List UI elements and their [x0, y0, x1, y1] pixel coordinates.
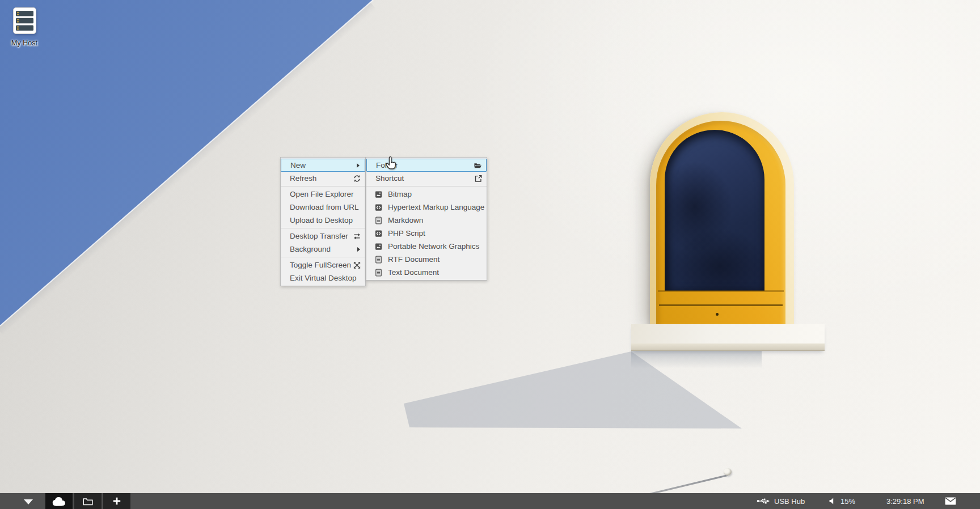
- menu-item-open-file-explorer[interactable]: Open File Explorer: [281, 188, 365, 201]
- menu-item-desktop-transfer[interactable]: Desktop Transfer: [281, 230, 365, 243]
- window-ledge: [631, 324, 825, 351]
- menu-item-label: Upload to Desktop: [290, 216, 353, 224]
- menu-item-label: Shortcut: [375, 174, 404, 183]
- taskbar: USB Hub 15% 3:29:18 PM: [0, 493, 980, 509]
- usb-hub-label: USB Hub: [774, 497, 805, 506]
- menu-item-label: Desktop Transfer: [290, 232, 348, 240]
- submenu-arrow-icon: [357, 163, 360, 168]
- taskbar-app-add[interactable]: [103, 493, 130, 509]
- menu-item-label: Hypertext Markup Language: [388, 203, 484, 211]
- text-file-icon: [374, 255, 383, 264]
- volume-status[interactable]: 15%: [829, 493, 855, 509]
- volume-level: 15%: [840, 497, 855, 506]
- usb-icon: [757, 497, 770, 505]
- menu-item-download-from-url[interactable]: Download from URL: [281, 201, 365, 214]
- speaker-icon: [829, 497, 837, 505]
- text-file-icon: [374, 216, 383, 224]
- menu-item-label: Text Document: [388, 268, 439, 277]
- menu-item-label: New: [290, 161, 306, 169]
- menu-separator: [281, 228, 365, 228]
- menu-item-label: Toggle FullScreen: [290, 261, 351, 269]
- chevron-down-icon[interactable]: [24, 499, 33, 504]
- menu-separator: [281, 186, 365, 186]
- menu-item-upload-to-desktop[interactable]: Upload to Desktop: [281, 214, 365, 227]
- menu-item-label: Markdown: [388, 216, 423, 224]
- clock: 3:29:18 PM: [886, 493, 924, 509]
- text-file-icon: [374, 268, 383, 277]
- server-icon: [13, 7, 36, 34]
- folder-icon: [83, 497, 93, 506]
- clock-time: 3:29:18 PM: [886, 497, 924, 506]
- menu-item-label: Bitmap: [388, 190, 412, 198]
- submenu-item-markdown[interactable]: Markdown: [366, 214, 487, 227]
- submenu-arrow-icon: [357, 247, 360, 252]
- window-frame-step: [658, 290, 784, 292]
- menu-item-label: Portable Network Graphics: [388, 242, 479, 251]
- image-file-icon: [374, 190, 383, 198]
- under-ledge-shadow: [631, 349, 762, 368]
- submenu-item-text-document[interactable]: Text Document: [366, 266, 487, 279]
- window-glass: [665, 130, 764, 291]
- submenu-item-rtf-document[interactable]: RTF Document: [366, 253, 487, 266]
- code-file-icon: [374, 203, 383, 211]
- menu-item-new[interactable]: New: [281, 159, 365, 172]
- menu-item-background[interactable]: Background: [281, 243, 365, 256]
- new-submenu: Folder Shortcut Bitmap Hypertext Markup …: [366, 157, 487, 281]
- submenu-item-bitmap[interactable]: Bitmap: [366, 188, 487, 201]
- ledge-top-face: [631, 324, 825, 343]
- menu-item-label: Refresh: [290, 174, 316, 183]
- external-link-icon: [474, 174, 483, 183]
- refresh-icon: [353, 174, 361, 183]
- submenu-item-html[interactable]: Hypertext Markup Language: [366, 201, 487, 214]
- expand-arrows-icon: [353, 261, 361, 269]
- antenna-knob: [724, 468, 732, 476]
- menu-item-label: Download from URL: [290, 203, 359, 211]
- folder-open-icon: [474, 161, 482, 169]
- context-menu: New Refresh Open File Explorer Download …: [280, 157, 366, 286]
- envelope-icon: [945, 497, 956, 505]
- menu-item-label: Exit Virtual Desktop: [290, 274, 357, 282]
- menu-separator: [366, 186, 487, 186]
- desktop-icon-my-host[interactable]: My Host: [7, 7, 42, 47]
- submenu-item-png[interactable]: Portable Network Graphics: [366, 240, 487, 253]
- cloud-icon: [52, 496, 66, 506]
- mail-status[interactable]: [945, 493, 956, 509]
- window-frame-groove: [659, 304, 783, 306]
- window-frame-knob: [716, 313, 719, 316]
- menu-item-toggle-fullscreen[interactable]: Toggle FullScreen: [281, 258, 365, 272]
- taskbar-app-cloud[interactable]: [45, 493, 73, 509]
- menu-item-refresh[interactable]: Refresh: [281, 172, 365, 185]
- code-file-icon: [374, 229, 383, 237]
- menu-item-label: Open File Explorer: [290, 190, 354, 198]
- ledge-front-face: [631, 343, 825, 350]
- submenu-item-php-script[interactable]: PHP Script: [366, 227, 487, 240]
- usb-hub-status[interactable]: USB Hub: [757, 493, 805, 509]
- taskbar-app-files[interactable]: [74, 493, 102, 509]
- menu-item-label: RTF Document: [388, 255, 440, 264]
- menu-item-label: Background: [290, 245, 331, 253]
- menu-item-exit-virtual-desktop[interactable]: Exit Virtual Desktop: [281, 272, 365, 285]
- desktop-icon-label: My Host: [7, 39, 42, 47]
- desktop[interactable]: My Host New Refresh Open File Explorer D…: [0, 0, 980, 509]
- submenu-item-shortcut[interactable]: Shortcut: [366, 172, 487, 185]
- menu-separator: [281, 257, 365, 257]
- transfer-arrows-icon: [353, 232, 361, 240]
- ledge-base-line: [631, 350, 825, 351]
- plus-icon: [112, 497, 121, 506]
- menu-item-label: PHP Script: [388, 229, 425, 237]
- hand-pointer-cursor: [385, 156, 398, 172]
- image-file-icon: [374, 242, 383, 251]
